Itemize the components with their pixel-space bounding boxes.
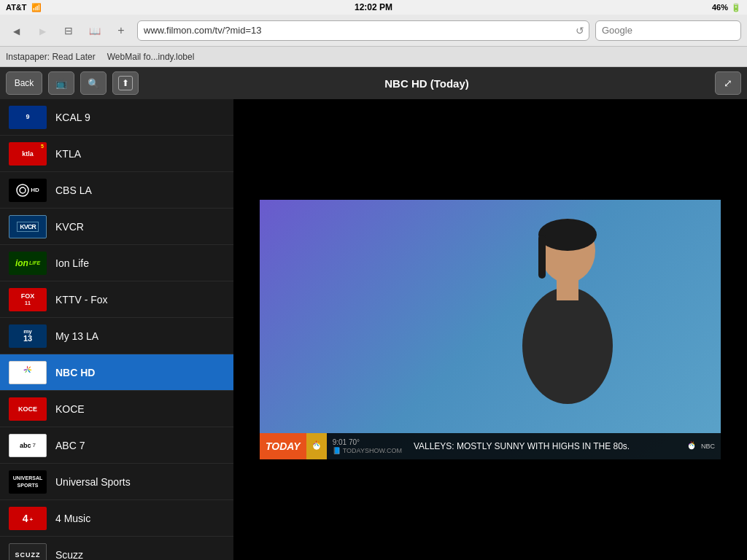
channel-item-scuzz[interactable]: SCUZZ Scuzz bbox=[0, 537, 233, 560]
battery-label: 46% bbox=[712, 3, 728, 12]
share-icon: ⬆ bbox=[118, 76, 133, 90]
channel-item-kcal9[interactable]: 9 KCAL 9 bbox=[0, 99, 233, 136]
channel-name-kvcr: KVCR bbox=[55, 221, 84, 233]
channel-name-kttv: KTTV - Fox bbox=[55, 294, 108, 306]
svg-point-4 bbox=[538, 219, 597, 251]
channel-item-koce[interactable]: KOCE KOCE bbox=[0, 391, 233, 427]
channel-item-abc7[interactable]: abc 7 ABC 7 bbox=[0, 427, 233, 464]
channel-logo-kvcr: KVCR bbox=[9, 215, 47, 238]
channel-logo-ktla: ktla 5 bbox=[9, 142, 47, 166]
svg-point-0 bbox=[17, 184, 28, 196]
search-button[interactable]: 🔍 bbox=[80, 71, 107, 95]
new-tab-button[interactable] bbox=[111, 20, 131, 41]
channel-item-cbsla[interactable]: HD CBS LA bbox=[0, 172, 233, 209]
battery-icon: 🔋 bbox=[731, 3, 741, 12]
ticker-text: VALLEYS: MOSTLY SUNNY WITH HIGHS IN THE … bbox=[408, 441, 635, 451]
now-playing-title: NBC HD (Today) bbox=[144, 77, 709, 90]
share-button[interactable]: ⬆ bbox=[112, 71, 139, 95]
tv-icon: 📺 bbox=[55, 78, 67, 89]
video-player-area[interactable]: TODAY 9:01 70° 📘TODAYSHOW.COM bbox=[233, 99, 747, 560]
channel-item-nbchd[interactable]: NBC HD bbox=[0, 354, 233, 391]
channel-name-cbsla: CBS LA bbox=[55, 184, 92, 196]
channel-logo-koce: KOCE bbox=[9, 397, 47, 421]
channel-name-my13la: My 13 LA bbox=[55, 330, 98, 342]
status-bar: AT&T 📶 12:02 PM 46% 🔋 bbox=[0, 0, 747, 15]
main-content: 9 KCAL 9 ktla 5 KTLA HD CBS LA KVCR KVCR bbox=[0, 99, 747, 560]
channel-name-abc7: ABC 7 bbox=[55, 440, 85, 451]
channel-item-kvcr[interactable]: KVCR KVCR bbox=[0, 209, 233, 245]
back-button[interactable] bbox=[6, 20, 26, 41]
carrier-label: AT&T bbox=[6, 3, 27, 12]
svg-point-6 bbox=[522, 287, 613, 404]
status-right: 46% 🔋 bbox=[712, 3, 741, 12]
wifi-icon: 📶 bbox=[31, 3, 42, 12]
svg-rect-5 bbox=[538, 235, 546, 279]
channel-item-my13la[interactable]: my13 My 13 LA bbox=[0, 318, 233, 354]
channel-name-scuzz: Scuzz bbox=[55, 549, 83, 561]
svg-rect-7 bbox=[557, 279, 578, 300]
channel-logo-universal: UNIVERSALSPORTS bbox=[9, 470, 47, 494]
channel-logo-nbchd bbox=[9, 361, 47, 384]
channel-name-kcal9: KCAL 9 bbox=[55, 112, 90, 123]
channel-name-4music: 4 Music bbox=[55, 513, 90, 524]
bookmarks-button[interactable] bbox=[85, 20, 105, 41]
channel-logo-4music: 4 + bbox=[9, 507, 47, 530]
channel-list: 9 KCAL 9 ktla 5 KTLA HD CBS LA KVCR KVCR bbox=[0, 99, 233, 560]
reload-button[interactable]: ↺ bbox=[576, 25, 584, 36]
search-icon: 🔍 bbox=[88, 78, 99, 89]
forward-button[interactable] bbox=[32, 20, 53, 41]
ticker-info: 9:01 70° 📘TODAYSHOW.COM bbox=[327, 438, 408, 454]
browser-chrome: ↺ bbox=[0, 15, 747, 47]
bookmarks-bar: Instapaper: Read Later WebMail fo...indy… bbox=[0, 47, 747, 67]
bookmark-webmail[interactable]: WebMail fo...indy.lobel bbox=[107, 52, 195, 62]
channel-item-ionlife[interactable]: ion LIFE Ion Life bbox=[0, 245, 233, 281]
ticker-nbc-logo bbox=[306, 433, 327, 459]
channel-logo-my13la: my13 bbox=[9, 324, 47, 348]
channel-logo-scuzz: SCUZZ bbox=[9, 543, 47, 561]
channel-item-4music[interactable]: 4 + 4 Music bbox=[0, 500, 233, 537]
status-time: 12:02 PM bbox=[355, 2, 392, 12]
fullscreen-button[interactable]: ⤢ bbox=[715, 71, 741, 95]
ticker-today-label: TODAY bbox=[260, 433, 306, 459]
tabs-button[interactable] bbox=[58, 20, 79, 41]
video-background bbox=[260, 200, 721, 459]
channel-name-ktla: KTLA bbox=[55, 148, 81, 160]
url-input[interactable] bbox=[144, 25, 568, 36]
channel-logo-kttv: FOX11 bbox=[9, 288, 47, 311]
google-search-bar bbox=[595, 20, 741, 41]
ticker-bar: TODAY 9:01 70° 📘TODAYSHOW.COM bbox=[260, 433, 721, 459]
channel-name-universal: Universal Sports bbox=[55, 476, 131, 488]
channel-name-koce: KOCE bbox=[55, 403, 85, 415]
url-bar: ↺ bbox=[137, 20, 589, 41]
channel-name-nbchd: NBC HD bbox=[55, 367, 95, 378]
channel-item-universal[interactable]: UNIVERSALSPORTS Universal Sports bbox=[0, 464, 233, 500]
status-left: AT&T 📶 bbox=[6, 3, 42, 12]
video-frame: TODAY 9:01 70° 📘TODAYSHOW.COM bbox=[260, 200, 721, 459]
ticker-network-logo: NBC bbox=[679, 440, 721, 453]
fullscreen-icon: ⤢ bbox=[724, 77, 732, 89]
google-input[interactable] bbox=[602, 25, 735, 36]
tv-guide-button[interactable]: 📺 bbox=[48, 71, 74, 95]
anchor-person bbox=[487, 214, 648, 433]
channel-item-kttv[interactable]: FOX11 KTTV - Fox bbox=[0, 281, 233, 318]
channel-logo-kcal9: 9 bbox=[9, 106, 47, 129]
back-button-toolbar[interactable]: Back bbox=[6, 71, 42, 95]
svg-point-1 bbox=[20, 187, 26, 193]
channel-logo-abc7: abc 7 bbox=[9, 434, 47, 457]
channel-logo-cbsla: HD bbox=[9, 179, 47, 202]
channel-name-ionlife: Ion Life bbox=[55, 257, 89, 269]
app-toolbar: Back 📺 🔍 ⬆ NBC HD (Today) ⤢ bbox=[0, 67, 747, 99]
channel-logo-ionlife: ion LIFE bbox=[9, 252, 47, 275]
channel-item-ktla[interactable]: ktla 5 KTLA bbox=[0, 136, 233, 172]
bookmark-instapaper[interactable]: Instapaper: Read Later bbox=[6, 52, 96, 62]
